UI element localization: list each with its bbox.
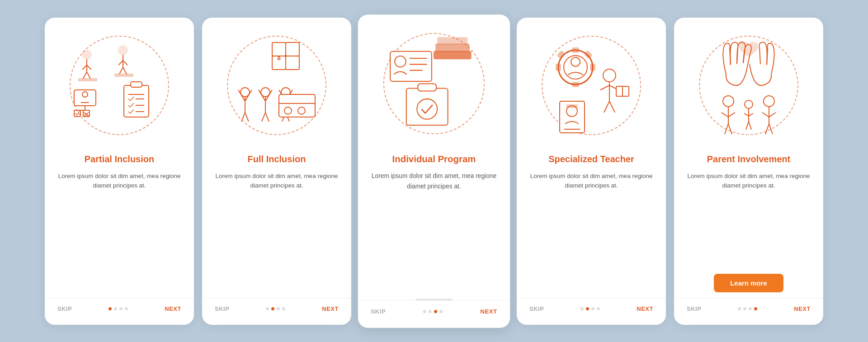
next-button-5[interactable]: NEXT: [794, 305, 811, 312]
card-desc-3: Lorem ipsum dolor sit dim amet, mea regi…: [371, 171, 497, 294]
svg-rect-71: [590, 64, 595, 70]
next-button-2[interactable]: NEXT: [322, 305, 339, 312]
svg-line-101: [762, 112, 769, 117]
specialized-teacher-icon: [537, 31, 646, 140]
svg-point-75: [603, 69, 616, 82]
parent-involvement-icon: [694, 31, 803, 140]
svg-rect-51: [279, 94, 315, 117]
svg-line-103: [765, 124, 769, 134]
svg-line-77: [600, 85, 609, 90]
svg-rect-13: [115, 74, 133, 76]
partial-inclusion-icon: [65, 31, 174, 140]
svg-rect-32: [286, 56, 299, 70]
skip-button-5[interactable]: SKIP: [687, 305, 701, 312]
svg-line-89: [722, 112, 728, 117]
svg-rect-69: [572, 82, 579, 87]
dot-1-1: [108, 307, 112, 310]
svg-line-102: [769, 112, 776, 117]
nav-dots-1: [108, 307, 128, 310]
svg-line-9: [118, 61, 123, 65]
svg-rect-23: [124, 85, 149, 117]
svg-line-35: [238, 90, 245, 101]
card-content-5: Parent Involvement Lorem ipsum dolor sit…: [674, 153, 823, 298]
card-icon-area-2: [202, 18, 351, 153]
svg-line-2: [82, 65, 87, 70]
card-parent-involvement: Parent Involvement Lorem ipsum dolor sit…: [674, 18, 823, 325]
cards-container: Partial Inclusion Lorem ipsum dolor sit …: [27, 4, 841, 338]
next-button-4[interactable]: NEXT: [637, 305, 653, 312]
card-content-4: Specialized Teacher Lorem ipsum dolor si…: [517, 153, 666, 298]
svg-rect-58: [390, 51, 432, 81]
nav-dots-4: [580, 307, 600, 310]
dot-2-4: [282, 307, 285, 310]
dot-3-1: [423, 310, 426, 313]
dot-2-1: [266, 307, 269, 310]
svg-line-41: [259, 90, 265, 101]
card-icon-area-5: [674, 18, 823, 153]
nav-dots-5: [738, 307, 757, 310]
card-individual-program: Individual Program Lorem ipsum dolor sit…: [358, 14, 510, 328]
svg-rect-70: [556, 64, 561, 70]
svg-line-92: [728, 124, 732, 134]
dot-5-1: [738, 307, 741, 310]
svg-line-43: [262, 112, 265, 122]
card-desc-4: Lorem ipsum dolor sit dim amet, mea regi…: [529, 171, 653, 298]
next-button-3[interactable]: NEXT: [480, 308, 497, 314]
card-title-1: Partial Inclusion: [85, 153, 154, 165]
card-icon-area-4: [517, 18, 666, 153]
individual-program-icon: [379, 28, 490, 139]
svg-rect-6: [79, 79, 97, 81]
card-content-1: Partial Inclusion Lorem ipsum dolor sit …: [45, 153, 194, 298]
svg-rect-56: [436, 44, 469, 51]
svg-rect-72: [557, 51, 565, 58]
svg-rect-29: [272, 42, 286, 56]
svg-line-3: [87, 65, 91, 70]
dot-1-3: [119, 307, 123, 310]
dot-3-4: [440, 310, 443, 313]
svg-rect-24: [131, 82, 142, 87]
svg-rect-64: [418, 84, 436, 91]
svg-line-5: [87, 72, 90, 79]
svg-point-0: [82, 50, 91, 59]
dot-4-2: [586, 307, 589, 310]
svg-rect-57: [438, 37, 467, 44]
dot-4-3: [591, 307, 594, 310]
card-nav-4: SKIP NEXT: [517, 298, 666, 312]
svg-line-10: [123, 61, 127, 65]
svg-line-12: [123, 67, 127, 74]
dot-1-4: [125, 307, 128, 310]
learn-more-button[interactable]: Learn more: [714, 274, 783, 292]
svg-rect-30: [286, 42, 299, 56]
svg-line-44: [265, 112, 269, 122]
svg-line-91: [725, 124, 728, 134]
svg-line-98: [749, 122, 751, 130]
card-content-3: Individual Program Lorem ipsum dolor sit…: [358, 153, 510, 294]
svg-line-11: [119, 67, 123, 74]
skip-button-4[interactable]: SKIP: [529, 305, 544, 312]
card-desc-1: Lorem ipsum dolor sit dim amet, mea regi…: [57, 171, 181, 298]
svg-line-42: [265, 90, 272, 101]
svg-line-97: [746, 122, 749, 130]
card-nav-1: SKIP NEXT: [45, 298, 194, 312]
skip-button-2[interactable]: SKIP: [215, 305, 229, 312]
svg-point-87: [723, 96, 734, 107]
svg-point-7: [118, 46, 127, 55]
svg-point-67: [564, 56, 587, 79]
svg-line-4: [83, 72, 87, 79]
next-button-1[interactable]: NEXT: [165, 305, 181, 312]
card-title-4: Specialized Teacher: [548, 153, 634, 165]
skip-button-3[interactable]: SKIP: [371, 308, 386, 314]
card-title-2: Full Inclusion: [248, 153, 306, 165]
svg-line-104: [769, 124, 773, 134]
card-desc-5: Lorem ipsum dolor sit dim amet, mea regi…: [687, 171, 811, 270]
svg-rect-85: [566, 105, 578, 108]
card-specialized-teacher: Specialized Teacher Lorem ipsum dolor si…: [517, 18, 666, 325]
skip-button-1[interactable]: SKIP: [57, 305, 72, 312]
svg-line-96: [749, 113, 753, 116]
svg-point-93: [745, 100, 753, 108]
svg-line-37: [241, 112, 245, 122]
svg-line-80: [609, 101, 615, 112]
dot-3-3: [434, 310, 437, 313]
dot-3-2: [429, 310, 432, 313]
svg-rect-55: [434, 51, 471, 58]
